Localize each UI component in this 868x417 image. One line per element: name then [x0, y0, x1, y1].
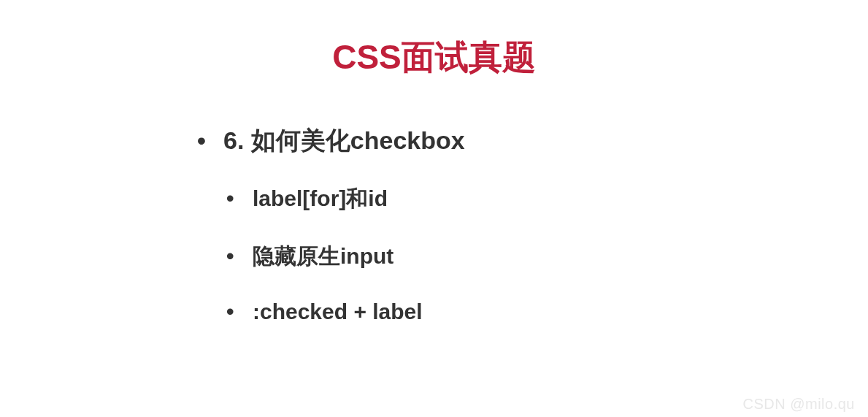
main-bullet-item: • 6. 如何美化checkbox	[197, 124, 868, 158]
bullet-icon: •	[226, 186, 253, 211]
sub-bullet-item: • label[for]和id	[226, 184, 868, 214]
main-item-text: 6. 如何美化checkbox	[223, 124, 465, 158]
sub-item-text: label[for]和id	[253, 184, 388, 214]
bullet-icon: •	[226, 244, 253, 269]
slide-content: • 6. 如何美化checkbox • label[for]和id • 隐藏原生…	[0, 124, 868, 324]
bullet-icon: •	[226, 299, 253, 324]
bullet-icon: •	[197, 126, 223, 155]
sub-bullet-item: • :checked + label	[226, 299, 868, 324]
sub-bullet-item: • 隐藏原生input	[226, 242, 868, 272]
sub-item-text: :checked + label	[253, 299, 423, 324]
watermark-text: CSDN @milo.qu	[742, 396, 855, 413]
sub-list: • label[for]和id • 隐藏原生input • :checked +…	[197, 184, 868, 324]
sub-item-text: 隐藏原生input	[253, 242, 393, 272]
slide-title: CSS面试真题	[0, 35, 868, 80]
slide-container: CSS面试真题 • 6. 如何美化checkbox • label[for]和i…	[0, 0, 868, 417]
